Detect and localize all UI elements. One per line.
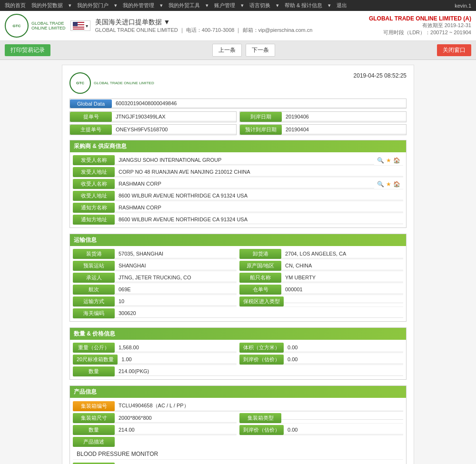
qty2-field: 数量 214.00 bbox=[73, 425, 237, 435]
carrier-value: JTNG, JETER TRUCKING, CO bbox=[115, 273, 237, 282]
master-bill-value: ONEYSH9FV5168700 bbox=[112, 125, 236, 134]
arrival-price-value: 0.00 bbox=[284, 355, 403, 364]
consignee-home-icon[interactable]: 🏠 bbox=[393, 181, 400, 188]
nav-tools[interactable]: 我的外贸工具 bbox=[169, 2, 200, 9]
loading-port-label: 装货港 bbox=[73, 249, 115, 259]
volume-label: 体积（立方米） bbox=[239, 343, 284, 353]
nav-links: 我的首页 我的外贸数据 ▾ 我的外贸门户 ▾ 我的外管管理 ▾ 我的外贸工具 ▾… bbox=[5, 2, 347, 9]
desc-value-row: BLOOD PRESSURE MONITOR bbox=[73, 449, 403, 460]
logo: GTC GLOBAL TRADEONLINE LIMITED bbox=[5, 14, 66, 38]
nav-trade-data[interactable]: 我的外贸数据 bbox=[31, 2, 63, 9]
eta-label: 预计到岸日期 bbox=[240, 125, 282, 135]
notify-name-value: RASHMAN CORP bbox=[115, 203, 403, 212]
arrival-price-label: 到岸价（估价） bbox=[239, 355, 284, 365]
shipper-name-value: JIANGSU SOHO INTERNATIONAL GROUP bbox=[115, 156, 374, 165]
container-type-value bbox=[281, 416, 403, 420]
company-name-sub: GLOBAL TRADE ONLINE LIMITED bbox=[95, 27, 178, 33]
teu-field: 20尺标准箱数量 1.00 bbox=[73, 355, 237, 365]
logo-circle: GTC bbox=[5, 14, 29, 38]
consignee-star-icon[interactable]: ★ bbox=[386, 181, 391, 188]
shipper-addr-label: 发受人地址 bbox=[73, 167, 115, 177]
notify-addr-value: 8600 WILBUR AVENUE NORTHRIDGE CA 91324 U… bbox=[115, 215, 403, 224]
flag-selector[interactable]: ▾ bbox=[70, 20, 90, 31]
weight-value: 1,568.00 bbox=[115, 343, 237, 352]
prev-button[interactable]: 上一条 bbox=[212, 44, 242, 57]
voyage-warehouse-row: 航次 069E 仓单号 000001 bbox=[73, 285, 403, 295]
arrival-price2-value: 0.00 bbox=[284, 425, 403, 434]
loading-dest-label: 预装运站 bbox=[73, 261, 115, 271]
bill-no-value: JTNGJF1903499LAX bbox=[112, 112, 236, 121]
supplier-section-body: 发受人名称 JIANGSU SOHO INTERNATIONAL GROUP 🔍… bbox=[70, 152, 406, 227]
teu-value: 1.00 bbox=[118, 355, 237, 364]
eta-value: 20190404 bbox=[282, 125, 406, 134]
arrival-price2-label: 到岸价（估价） bbox=[239, 425, 284, 435]
unloading-port-label: 卸货港 bbox=[239, 249, 281, 259]
warehouse-label: 仓单号 bbox=[239, 285, 281, 295]
weight-volume-row: 重量（公斤） 1,568.00 体积（立方米） 0.00 bbox=[73, 343, 403, 353]
ports-row: 装货港 57035, SHANGHAI 卸货港 2704, LOS ANGELE… bbox=[73, 249, 403, 259]
product-section-body: 集装箱编号 TCLU4904658（AC / L / PP） 集装箱尺寸 200… bbox=[70, 398, 406, 464]
desc-label-row: 产品描述 bbox=[73, 437, 403, 447]
home-icon[interactable]: 🏠 bbox=[393, 157, 400, 164]
us-flag bbox=[73, 22, 84, 30]
volume-value: 0.00 bbox=[284, 343, 403, 352]
desc-section-label: 产品描述 bbox=[73, 437, 115, 447]
product-section: 产品信息 集装箱编号 TCLU4904658（AC / L / PP） 集装箱尺… bbox=[69, 385, 407, 464]
dest-origin-row: 预装运站 SHANGHAI 原产国/地区 CN, CHINA bbox=[73, 261, 403, 271]
transport-section: 运输信息 装货港 57035, SHANGHAI 卸货港 2704, LOS A… bbox=[69, 234, 407, 322]
origin-label: 原产国/地区 bbox=[239, 261, 281, 271]
customs-code-label: 海关编码 bbox=[73, 308, 115, 318]
phone: 电话：400-710-3008 bbox=[186, 27, 235, 33]
origin-value: CN, CHINA bbox=[281, 261, 403, 270]
master-bill-field: 主提单号 ONEYSH9FV5168700 bbox=[69, 124, 237, 135]
arrival-date-value: 20190406 bbox=[282, 112, 406, 121]
global-data-label: Global Data bbox=[70, 99, 112, 108]
doc-timestamp: 2019-04-25 08:52:25 bbox=[354, 72, 407, 79]
container-no-label: 集装箱编号 bbox=[73, 401, 115, 411]
weight-field: 重量（公斤） 1,568.00 bbox=[73, 343, 237, 353]
print-button[interactable]: 打印贸易记录 bbox=[5, 44, 50, 56]
transport-mode-value: 10 bbox=[115, 297, 237, 306]
next-button[interactable]: 下一条 bbox=[246, 44, 275, 57]
nav-logout[interactable]: 退出 bbox=[337, 2, 347, 9]
page-title: 美国海关进口提单数据 ▼ bbox=[95, 18, 313, 27]
unloading-port-field: 卸货港 2704, LOS ANGELES, CA bbox=[239, 249, 403, 259]
nav-buttons: 上一条 下一条 bbox=[212, 44, 275, 57]
nav-home[interactable]: 我的首页 bbox=[5, 2, 26, 9]
transport-section-body: 装货港 57035, SHANGHAI 卸货港 2704, LOS ANGELE… bbox=[70, 246, 406, 321]
validity-date: 有效期至 2019-12-31 bbox=[369, 22, 471, 29]
header-subtitle: GLOBAL TRADE ONLINE LIMITED ｜ 电话：400-710… bbox=[95, 27, 313, 34]
nav-foreign-portal[interactable]: 我的外贸门户 bbox=[77, 2, 109, 9]
notify-name-row: 通知方名称 RASHMAN CORP bbox=[73, 203, 403, 213]
doc-logo: GTC GLOBAL TRADE ONLINE LIMITED bbox=[69, 72, 154, 94]
close-button[interactable]: 关闭窗口 bbox=[437, 44, 471, 56]
nav-account[interactable]: 账户管理 bbox=[214, 2, 235, 9]
consignee-name-icons: 🔍 ★ 🏠 bbox=[374, 181, 403, 188]
container-no-row: 集装箱编号 TCLU4904658（AC / L / PP） bbox=[73, 401, 403, 412]
arrival-date-field: 到岸日期 20190406 bbox=[239, 111, 407, 122]
user-info: kevin.1 bbox=[455, 3, 471, 9]
flag-dropdown-arrow: ▾ bbox=[86, 23, 88, 29]
container-size-field: 集装箱尺寸 2000*806*800 bbox=[73, 413, 237, 424]
qty2-label: 数量 bbox=[73, 425, 115, 435]
star-icon[interactable]: ★ bbox=[386, 157, 391, 164]
nav-help[interactable]: 帮助 & 报计信息 bbox=[285, 2, 322, 9]
teu-price-row: 20尺标准箱数量 1.00 到岸价（估价） 0.00 bbox=[73, 355, 403, 365]
notify-addr-label: 通知方地址 bbox=[73, 215, 115, 225]
ldr-info: 可用时段（LDR）：200712 ~ 201904 bbox=[369, 29, 471, 36]
transport-bonded-row: 运输方式 10 保税区进入类型 bbox=[73, 296, 403, 307]
doc-logo-subtitle: GLOBAL TRADE ONLINE LIMITED bbox=[94, 81, 154, 85]
search-icon[interactable]: 🔍 bbox=[377, 157, 384, 164]
consignee-name-row: 收受人名称 RASHMAN CORP 🔍 ★ 🏠 bbox=[73, 179, 403, 189]
shipper-addr-value: CORP NO 48 RUANJIAN AVE NANJING 210012 C… bbox=[115, 168, 403, 177]
customs-code-value: 300620 bbox=[115, 309, 403, 318]
loading-dest-value: SHANGHAI bbox=[115, 261, 237, 270]
supplier-section: 采购商 & 供应商信息 发受人名称 JIANGSU SOHO INTERNATI… bbox=[69, 140, 407, 228]
header-title-area: 美国海关进口提单数据 ▼ GLOBAL TRADE ONLINE LIMITED… bbox=[95, 18, 313, 34]
product-section-header: 产品信息 bbox=[70, 386, 406, 398]
notify-name-label: 通知方名称 bbox=[73, 203, 115, 213]
nav-lang[interactable]: 语言切换 bbox=[249, 2, 270, 9]
consignee-search-icon[interactable]: 🔍 bbox=[377, 181, 384, 188]
nav-foreign-mgmt[interactable]: 我的外管管理 bbox=[123, 2, 154, 9]
shipper-name-icons: 🔍 ★ 🏠 bbox=[374, 157, 403, 164]
